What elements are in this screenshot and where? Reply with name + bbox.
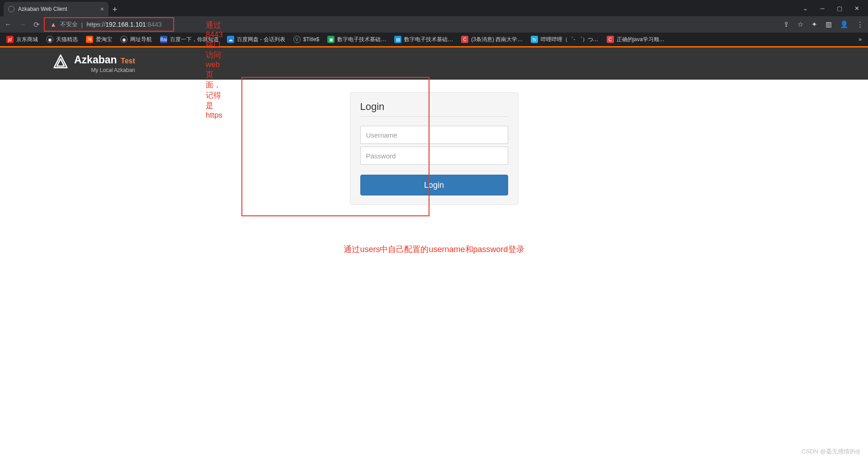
bookmark-label: 网址导航: [130, 36, 152, 43]
bookmarks-bar: jd京东商城◉天猫精选淘爱淘宝◉网址导航Bai百度一下，你就知道☁百度网盘 - …: [0, 33, 868, 46]
bookmark-icon: V: [293, 36, 301, 43]
bookmark-item[interactable]: jd京东商城: [6, 36, 38, 43]
bookmark-label: 百度网盘 - 会话列表: [237, 36, 285, 43]
brand-subtitle: My Local Azkaban: [74, 67, 135, 73]
bookmark-icon: C: [461, 36, 468, 43]
bookmark-label: 正确的java学习顺…: [617, 36, 665, 43]
browser-tab[interactable]: Azkaban Web Client ×: [4, 2, 108, 16]
minimize-icon[interactable]: ─: [819, 5, 826, 12]
maximize-icon[interactable]: ▢: [836, 5, 843, 12]
extensions-icon[interactable]: ✦: [811, 20, 817, 29]
bookmark-label: 京东商城: [16, 36, 38, 43]
new-tab-button[interactable]: +: [108, 5, 121, 16]
bookmark-label: 数字电子技术基础…: [337, 36, 386, 43]
watermark: CSDN @毫无感情的dj: [802, 448, 860, 456]
caret-down-icon[interactable]: ⌄: [802, 5, 808, 12]
bookmark-item[interactable]: ◉天猫精选: [46, 36, 78, 43]
bookmark-item[interactable]: ◉网址导航: [120, 36, 152, 43]
bookmark-icon: ◉: [46, 36, 53, 43]
bookmark-item[interactable]: C(3条消息) 西南大学…: [461, 36, 523, 43]
page-content: Login Login 通过users中自己配置的username和passwo…: [0, 80, 868, 255]
close-window-icon[interactable]: ✕: [854, 5, 860, 12]
reload-icon[interactable]: ⟳: [33, 20, 39, 29]
annotation-box-url: [44, 17, 174, 32]
address-bar: ← → ⟳ ▲ 不安全 | https://192.168.1.101:8443…: [0, 16, 868, 33]
bookmark-label: 哔哩哔哩（゜- ゜）つ…: [541, 36, 598, 43]
forward-icon[interactable]: →: [19, 20, 26, 29]
annotation-box-login: [241, 77, 429, 216]
close-icon[interactable]: ×: [100, 5, 104, 13]
bookmark-icon: ☁: [227, 36, 234, 43]
bookmark-label: 数字电子技术基础…: [404, 36, 453, 43]
bookmark-label: (3条消息) 西南大学…: [471, 36, 523, 43]
azkaban-header: Azkaban Test My Local Azkaban: [0, 46, 868, 80]
bookmark-icon: tv: [531, 36, 538, 43]
bookmark-item[interactable]: ▤数字电子技术基础…: [394, 36, 453, 43]
sidepanel-icon[interactable]: ▥: [826, 20, 832, 29]
bookmarks-overflow-icon[interactable]: »: [859, 36, 862, 43]
menu-icon[interactable]: ⋮: [857, 20, 863, 29]
annotation-login-text: 通过users中自己配置的username和password登录: [0, 244, 868, 255]
star-icon[interactable]: ☆: [797, 20, 803, 29]
bookmark-icon: jd: [6, 36, 14, 43]
tab-title: Azkaban Web Client: [18, 6, 67, 12]
bookmark-item[interactable]: C正确的java学习顺…: [607, 36, 665, 43]
globe-icon: [8, 6, 14, 12]
azkaban-logo-icon: [52, 54, 69, 70]
browser-titlebar: Azkaban Web Client × + ⌄ ─ ▢ ✕: [0, 0, 868, 16]
bookmark-icon: Bai: [160, 36, 167, 43]
bookmark-item[interactable]: V$Title$: [293, 36, 320, 43]
bookmark-label: 天猫精选: [56, 36, 78, 43]
share-icon[interactable]: ⇪: [783, 20, 789, 29]
bookmark-item[interactable]: tv哔哩哔哩（゜- ゜）つ…: [531, 36, 598, 43]
brand-suffix: Test: [121, 57, 135, 65]
bookmark-label: $Title$: [303, 36, 320, 43]
profile-icon[interactable]: 👤: [840, 20, 849, 29]
bookmark-label: 爱淘宝: [96, 36, 112, 43]
brand-name: Azkaban: [74, 54, 117, 66]
back-icon[interactable]: ←: [5, 20, 12, 29]
bookmark-item[interactable]: ☁百度网盘 - 会话列表: [227, 36, 285, 43]
bookmark-item[interactable]: ▣数字电子技术基础…: [327, 36, 386, 43]
bookmark-icon: ▣: [327, 36, 335, 43]
bookmark-item[interactable]: 淘爱淘宝: [86, 36, 112, 43]
bookmark-icon: C: [607, 36, 614, 43]
bookmark-icon: 淘: [86, 36, 93, 43]
window-controls: ⌄ ─ ▢ ✕: [802, 5, 868, 16]
bookmark-icon: ◉: [120, 36, 127, 43]
bookmark-icon: ▤: [394, 36, 401, 43]
